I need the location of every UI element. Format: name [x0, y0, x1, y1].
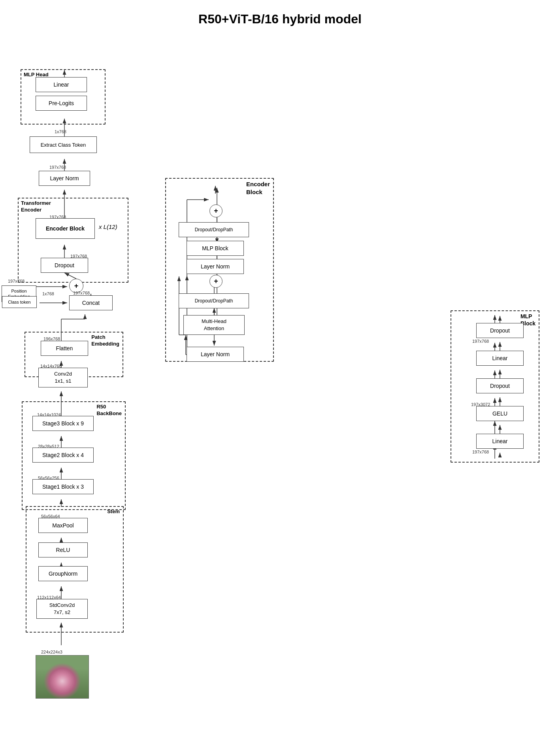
dim-1x768-cls: 1x768: [42, 291, 54, 296]
flatten-node: Flatten: [41, 341, 88, 356]
enc-add-top-circle: +: [209, 204, 222, 217]
stage1-node: Stage1 Block x 3: [32, 479, 94, 494]
dim-197x768-ln: 197x768: [49, 165, 66, 170]
dropout-droppath-top-node: Dropout/DropPath: [179, 222, 249, 237]
enc-layer-norm-2: Layer Norm: [187, 259, 244, 274]
class-token-node: Class token: [2, 296, 37, 308]
dim-1x768-top: 1x768: [55, 129, 66, 134]
groupnorm-node: GroupNorm: [38, 566, 88, 581]
mlp-dim-197x768-bot: 197x768: [472, 450, 489, 454]
dropout-main-node: Dropout: [41, 258, 88, 273]
mlp-gelu-node: GELU: [476, 406, 524, 421]
encoder-block-node: Encoder Block: [36, 218, 95, 239]
concat-node: Concat: [69, 295, 113, 310]
maxpool-node: MaxPool: [38, 518, 88, 533]
multi-head-attn-node: Multi-HeadAttention: [183, 315, 245, 335]
mlp-linear-top-node: Linear: [476, 351, 524, 366]
dim-197x768-cat: 197x768: [73, 291, 90, 295]
extract-class-token-node: Extract Class Token: [30, 136, 97, 153]
layer-norm-top-node: Layer Norm: [39, 171, 90, 186]
mlp-linear-bot-node: Linear: [476, 434, 524, 449]
xl12-label: x L(12): [99, 223, 117, 230]
transformer-encoder-label: TransformerEncoder: [21, 200, 51, 213]
dim-197x768-pos: 197x768: [8, 279, 25, 283]
mlp-dim-197x768-top: 197x768: [472, 339, 489, 344]
mlp-dim-197x3072: 197x3072: [471, 402, 490, 407]
pre-logits-node: Pre-Logits: [36, 96, 87, 111]
patch-embedding-label: PatchEmbedding: [91, 334, 119, 348]
linear-top-node: Linear: [36, 77, 87, 92]
dropout-droppath-bot-node: Dropout/DropPath: [179, 293, 249, 308]
input-image: [36, 655, 89, 699]
mlp-head-label: MLP Head: [24, 72, 49, 77]
enc-layer-norm-1: Layer Norm: [187, 347, 244, 362]
conv2d-1x1-node: Conv2d1x1, s1: [38, 368, 88, 387]
stage2-node: Stage2 Block x 4: [32, 448, 94, 463]
dim-224x224x3: 224x224x3: [41, 650, 62, 654]
page-title: R50+ViT-B/16 hybrid model: [0, 0, 560, 34]
relu-node: ReLU: [38, 542, 88, 557]
mlp-dropout-bot-node: Dropout: [476, 378, 524, 393]
mlp-dropout-top-node: Dropout: [476, 323, 524, 338]
enc-mlp-block: MLP Block: [187, 241, 244, 256]
stdconv2d-node: StdConv2d7x7, s2: [36, 599, 88, 619]
encoder-block-detail-label: EncoderBlock: [246, 180, 270, 196]
stage3-node: Stage3 Block x 9: [32, 416, 94, 431]
stem-label: Stem: [107, 508, 120, 514]
r50-backbone-label: R50BackBone: [96, 404, 122, 417]
enc-add-bot-circle: +: [209, 275, 222, 288]
